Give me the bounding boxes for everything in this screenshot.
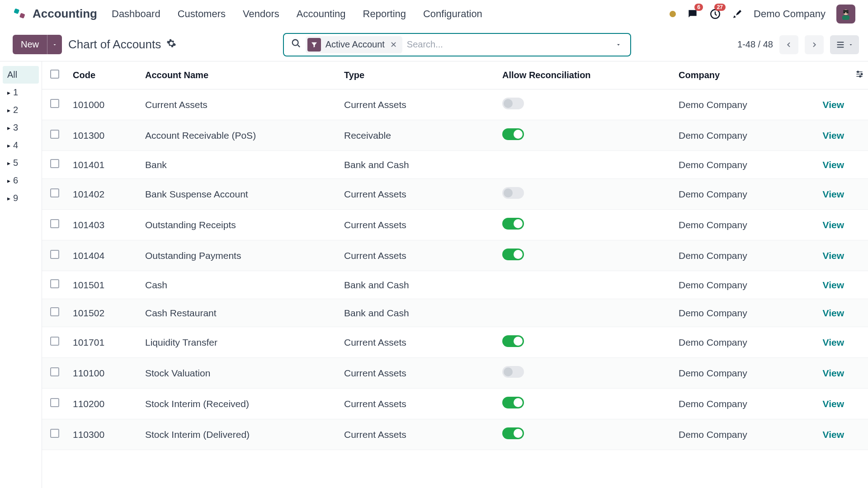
- cell-code[interactable]: 110100: [67, 358, 140, 389]
- cell-company[interactable]: Demo Company: [673, 89, 795, 120]
- reconcile-toggle[interactable]: [502, 427, 524, 439]
- cell-company[interactable]: Demo Company: [673, 389, 795, 419]
- view-link[interactable]: View: [823, 368, 844, 378]
- pager-text[interactable]: 1-48 / 48: [737, 39, 773, 50]
- table-row[interactable]: 101403Outstanding ReceiptsCurrent Assets…: [42, 210, 868, 240]
- cell-name[interactable]: Stock Interim (Delivered): [140, 419, 339, 450]
- row-checkbox[interactable]: [50, 219, 59, 228]
- cell-company[interactable]: Demo Company: [673, 151, 795, 179]
- view-link[interactable]: View: [823, 337, 844, 347]
- cell-type[interactable]: Bank and Cash: [339, 151, 497, 179]
- discuss-icon[interactable]: 6: [687, 8, 698, 20]
- sidebar-item-6[interactable]: ▸6: [3, 172, 39, 189]
- reconcile-toggle[interactable]: [502, 335, 524, 347]
- cell-code[interactable]: 101300: [67, 120, 140, 151]
- view-switcher-list[interactable]: [830, 35, 859, 54]
- gear-icon[interactable]: [166, 38, 176, 51]
- view-link[interactable]: View: [823, 189, 844, 199]
- cell-type[interactable]: Receivable: [339, 120, 497, 151]
- cell-code[interactable]: 110200: [67, 389, 140, 419]
- cell-type[interactable]: Current Assets: [339, 179, 497, 210]
- cell-company[interactable]: Demo Company: [673, 240, 795, 271]
- status-dot-icon[interactable]: [670, 11, 676, 17]
- reconcile-toggle[interactable]: [502, 249, 524, 260]
- table-row[interactable]: 101300Account Receivable (PoS)Receivable…: [42, 120, 868, 151]
- cell-code[interactable]: 101501: [67, 271, 140, 299]
- cell-type[interactable]: Bank and Cash: [339, 299, 497, 327]
- reconcile-toggle[interactable]: [502, 366, 524, 378]
- new-button[interactable]: New: [13, 35, 47, 54]
- row-checkbox[interactable]: [50, 398, 59, 407]
- view-link[interactable]: View: [823, 160, 844, 170]
- cell-name[interactable]: Cash Restaurant: [140, 299, 339, 327]
- column-header-type[interactable]: Type: [339, 61, 497, 89]
- row-checkbox[interactable]: [50, 279, 59, 288]
- row-checkbox[interactable]: [50, 188, 59, 197]
- optional-columns-icon[interactable]: [855, 70, 864, 80]
- table-row[interactable]: 110300Stock Interim (Delivered)Current A…: [42, 419, 868, 450]
- sidebar-item-2[interactable]: ▸2: [3, 101, 39, 119]
- view-link[interactable]: View: [823, 250, 844, 261]
- cell-type[interactable]: Current Assets: [339, 327, 497, 358]
- pager-next-button[interactable]: [805, 35, 824, 54]
- cell-name[interactable]: Outstanding Payments: [140, 240, 339, 271]
- cell-company[interactable]: Demo Company: [673, 179, 795, 210]
- sidebar-item-4[interactable]: ▸4: [3, 136, 39, 154]
- row-checkbox[interactable]: [50, 307, 59, 316]
- table-row[interactable]: 110100Stock ValuationCurrent AssetsDemo …: [42, 358, 868, 389]
- cell-name[interactable]: Liquidity Transfer: [140, 327, 339, 358]
- cell-company[interactable]: Demo Company: [673, 271, 795, 299]
- cell-name[interactable]: Bank: [140, 151, 339, 179]
- breadcrumb[interactable]: Chart of Accounts: [68, 38, 161, 52]
- cell-type[interactable]: Current Assets: [339, 89, 497, 120]
- nav-reporting[interactable]: Reporting: [363, 8, 406, 20]
- search-options-dropdown[interactable]: [609, 36, 627, 54]
- search-input[interactable]: [407, 39, 605, 50]
- table-row[interactable]: 101000Current AssetsCurrent AssetsDemo C…: [42, 89, 868, 120]
- column-header-name[interactable]: Account Name: [140, 61, 339, 89]
- table-row[interactable]: 101502Cash RestaurantBank and CashDemo C…: [42, 299, 868, 327]
- table-row[interactable]: 101402Bank Suspense AccountCurrent Asset…: [42, 179, 868, 210]
- sidebar-item-1[interactable]: ▸1: [3, 84, 39, 101]
- nav-vendors[interactable]: Vendors: [243, 8, 279, 20]
- row-checkbox[interactable]: [50, 130, 59, 139]
- row-checkbox[interactable]: [50, 429, 59, 438]
- cell-name[interactable]: Account Receivable (PoS): [140, 120, 339, 151]
- table-row[interactable]: 101401BankBank and CashDemo CompanyView: [42, 151, 868, 179]
- cell-name[interactable]: Cash: [140, 271, 339, 299]
- cell-code[interactable]: 101402: [67, 179, 140, 210]
- view-link[interactable]: View: [823, 130, 844, 141]
- cell-code[interactable]: 101000: [67, 89, 140, 120]
- cell-name[interactable]: Current Assets: [140, 89, 339, 120]
- cell-company[interactable]: Demo Company: [673, 299, 795, 327]
- cell-type[interactable]: Current Assets: [339, 240, 497, 271]
- cell-type[interactable]: Current Assets: [339, 389, 497, 419]
- cell-type[interactable]: Current Assets: [339, 419, 497, 450]
- row-checkbox[interactable]: [50, 337, 59, 346]
- search-facet-remove-icon[interactable]: ✕: [389, 40, 398, 50]
- cell-type[interactable]: Bank and Cash: [339, 271, 497, 299]
- company-switcher[interactable]: Demo Company: [754, 8, 826, 20]
- cell-company[interactable]: Demo Company: [673, 327, 795, 358]
- table-row[interactable]: 101701Liquidity TransferCurrent AssetsDe…: [42, 327, 868, 358]
- column-header-code[interactable]: Code: [67, 61, 140, 89]
- table-row[interactable]: 101501CashBank and CashDemo CompanyView: [42, 271, 868, 299]
- row-checkbox[interactable]: [50, 99, 59, 108]
- cell-company[interactable]: Demo Company: [673, 120, 795, 151]
- view-link[interactable]: View: [823, 429, 844, 440]
- view-link[interactable]: View: [823, 99, 844, 110]
- search-bar[interactable]: Active Account ✕: [283, 33, 631, 56]
- cell-code[interactable]: 110300: [67, 419, 140, 450]
- cell-code[interactable]: 101701: [67, 327, 140, 358]
- app-title[interactable]: Accounting: [33, 7, 97, 21]
- avatar[interactable]: [836, 5, 855, 23]
- cell-code[interactable]: 101404: [67, 240, 140, 271]
- column-header-company[interactable]: Company: [673, 61, 795, 89]
- nav-customers[interactable]: Customers: [178, 8, 226, 20]
- reconcile-toggle[interactable]: [502, 397, 524, 408]
- table-row[interactable]: 101404Outstanding PaymentsCurrent Assets…: [42, 240, 868, 271]
- view-link[interactable]: View: [823, 399, 844, 409]
- app-logo-icon[interactable]: [13, 7, 26, 21]
- table-row[interactable]: 110200Stock Interim (Received)Current As…: [42, 389, 868, 419]
- cell-name[interactable]: Stock Interim (Received): [140, 389, 339, 419]
